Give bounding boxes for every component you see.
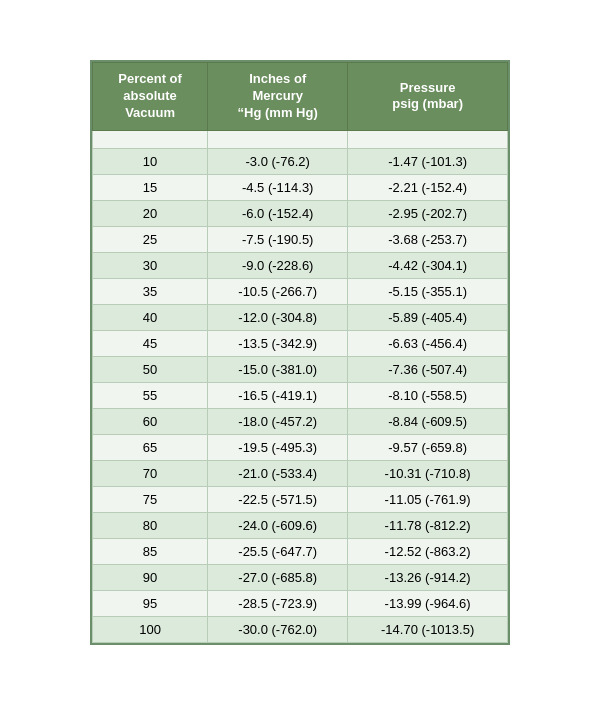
cell-vacuum: 85 (93, 538, 208, 564)
table-row: 95-28.5 (-723.9)-13.99 (-964.6) (93, 590, 508, 616)
cell-pressure: -4.42 (-304.1) (348, 252, 508, 278)
table-row: 45-13.5 (-342.9)-6.63 (-456.4) (93, 330, 508, 356)
cell-vacuum: 90 (93, 564, 208, 590)
cell-pressure: -11.78 (-812.2) (348, 512, 508, 538)
col-header-pressure: Pressurepsig (mbar) (348, 63, 508, 131)
cell-mercury: -28.5 (-723.9) (208, 590, 348, 616)
cell-pressure: -13.26 (-914.2) (348, 564, 508, 590)
cell-pressure: -12.52 (-863.2) (348, 538, 508, 564)
cell-vacuum: 100 (93, 616, 208, 642)
cell-mercury: -15.0 (-381.0) (208, 356, 348, 382)
cell-vacuum: 75 (93, 486, 208, 512)
cell-vacuum: 80 (93, 512, 208, 538)
cell-vacuum: 50 (93, 356, 208, 382)
cell-mercury: -6.0 (-152.4) (208, 200, 348, 226)
cell-vacuum: 55 (93, 382, 208, 408)
cell-mercury: -12.0 (-304.8) (208, 304, 348, 330)
table-row: 70-21.0 (-533.4)-10.31 (-710.8) (93, 460, 508, 486)
cell-mercury: -27.0 (-685.8) (208, 564, 348, 590)
cell-pressure: -8.84 (-609.5) (348, 408, 508, 434)
table-row: 35-10.5 (-266.7)-5.15 (-355.1) (93, 278, 508, 304)
col-header-mercury: Inches ofMercury“Hg (mm Hg) (208, 63, 348, 131)
cell-mercury: -9.0 (-228.6) (208, 252, 348, 278)
cell-pressure: -2.21 (-152.4) (348, 174, 508, 200)
cell-mercury: -22.5 (-571.5) (208, 486, 348, 512)
cell-pressure: -10.31 (-710.8) (348, 460, 508, 486)
cell-mercury: -16.5 (-419.1) (208, 382, 348, 408)
cell-mercury: -25.5 (-647.7) (208, 538, 348, 564)
table-row: 80-24.0 (-609.6)-11.78 (-812.2) (93, 512, 508, 538)
cell-pressure: -2.95 (-202.7) (348, 200, 508, 226)
cell-mercury: -30.0 (-762.0) (208, 616, 348, 642)
cell-mercury: -19.5 (-495.3) (208, 434, 348, 460)
cell-mercury: -10.5 (-266.7) (208, 278, 348, 304)
table-row: 25-7.5 (-190.5)-3.68 (-253.7) (93, 226, 508, 252)
cell-pressure: -5.15 (-355.1) (348, 278, 508, 304)
vacuum-table-wrapper: Percent ofabsoluteVacuum Inches ofMercur… (90, 60, 510, 645)
cell-pressure: -8.10 (-558.5) (348, 382, 508, 408)
cell-mercury: -24.0 (-609.6) (208, 512, 348, 538)
cell-pressure: -3.68 (-253.7) (348, 226, 508, 252)
cell-vacuum: 70 (93, 460, 208, 486)
cell-vacuum: 60 (93, 408, 208, 434)
cell-vacuum: 65 (93, 434, 208, 460)
cell-pressure: -13.99 (-964.6) (348, 590, 508, 616)
cell-pressure: -9.57 (-659.8) (348, 434, 508, 460)
cell-vacuum: 10 (93, 148, 208, 174)
empty-cell (93, 130, 208, 148)
cell-mercury: -4.5 (-114.3) (208, 174, 348, 200)
table-row: 10-3.0 (-76.2)-1.47 (-101.3) (93, 148, 508, 174)
empty-cell (208, 130, 348, 148)
cell-mercury: -21.0 (-533.4) (208, 460, 348, 486)
empty-cell (348, 130, 508, 148)
cell-vacuum: 45 (93, 330, 208, 356)
table-row: 65-19.5 (-495.3)-9.57 (-659.8) (93, 434, 508, 460)
cell-pressure: -11.05 (-761.9) (348, 486, 508, 512)
cell-pressure: -6.63 (-456.4) (348, 330, 508, 356)
cell-pressure: -1.47 (-101.3) (348, 148, 508, 174)
cell-vacuum: 30 (93, 252, 208, 278)
cell-vacuum: 25 (93, 226, 208, 252)
cell-mercury: -7.5 (-190.5) (208, 226, 348, 252)
table-row: 50-15.0 (-381.0)-7.36 (-507.4) (93, 356, 508, 382)
cell-vacuum: 35 (93, 278, 208, 304)
table-row: 100-30.0 (-762.0)-14.70 (-1013.5) (93, 616, 508, 642)
table-row: 85-25.5 (-647.7)-12.52 (-863.2) (93, 538, 508, 564)
cell-pressure: -7.36 (-507.4) (348, 356, 508, 382)
table-row: 75-22.5 (-571.5)-11.05 (-761.9) (93, 486, 508, 512)
cell-mercury: -13.5 (-342.9) (208, 330, 348, 356)
cell-vacuum: 15 (93, 174, 208, 200)
cell-pressure: -14.70 (-1013.5) (348, 616, 508, 642)
cell-mercury: -18.0 (-457.2) (208, 408, 348, 434)
cell-vacuum: 40 (93, 304, 208, 330)
cell-pressure: -5.89 (-405.4) (348, 304, 508, 330)
table-row: 60-18.0 (-457.2)-8.84 (-609.5) (93, 408, 508, 434)
table-row: 55-16.5 (-419.1)-8.10 (-558.5) (93, 382, 508, 408)
table-row: 40-12.0 (-304.8)-5.89 (-405.4) (93, 304, 508, 330)
table-row: 20-6.0 (-152.4)-2.95 (-202.7) (93, 200, 508, 226)
col-header-vacuum: Percent ofabsoluteVacuum (93, 63, 208, 131)
table-row: 90-27.0 (-685.8)-13.26 (-914.2) (93, 564, 508, 590)
cell-vacuum: 20 (93, 200, 208, 226)
table-row: 15-4.5 (-114.3)-2.21 (-152.4) (93, 174, 508, 200)
cell-mercury: -3.0 (-76.2) (208, 148, 348, 174)
vacuum-table: Percent ofabsoluteVacuum Inches ofMercur… (92, 62, 508, 643)
cell-vacuum: 95 (93, 590, 208, 616)
table-row: 30-9.0 (-228.6)-4.42 (-304.1) (93, 252, 508, 278)
